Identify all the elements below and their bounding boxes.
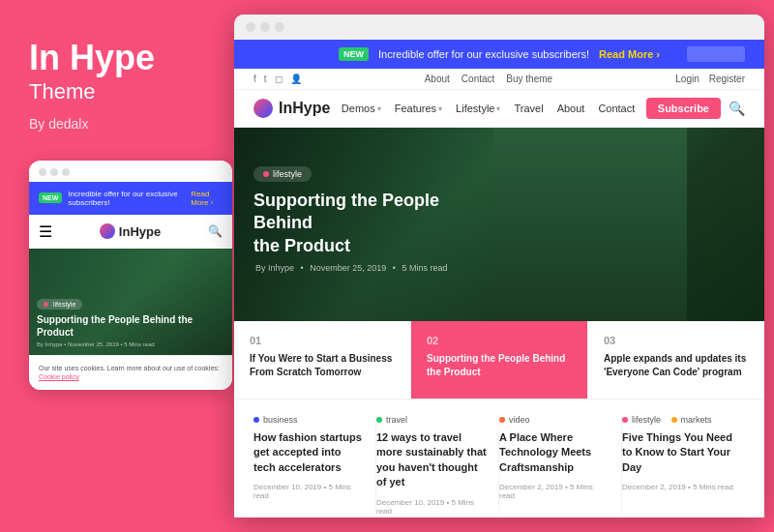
hero-section: lifestyle Supporting the People Behind t… bbox=[234, 128, 764, 321]
featured-card-2[interactable]: 02 Supporting the People Behind the Prod… bbox=[411, 321, 588, 399]
banner-right-decoration bbox=[687, 46, 745, 62]
subscribe-button[interactable]: Subscribe bbox=[646, 98, 721, 119]
video-dot bbox=[499, 417, 505, 423]
mobile-nav: ☰ InHype 🔍 bbox=[29, 215, 232, 249]
buy-theme-link[interactable]: Buy theme bbox=[506, 74, 552, 84]
mobile-banner: NEW Incredible offer for our exclusive s… bbox=[29, 182, 232, 215]
mobile-lifestyle-tag: lifestyle bbox=[37, 299, 82, 310]
new-badge: NEW bbox=[339, 47, 369, 61]
article-card-4[interactable]: lifestyle markets Five Things You Need t… bbox=[622, 415, 745, 514]
hero-category-tag: lifestyle bbox=[253, 166, 312, 182]
contact-link[interactable]: Contact bbox=[461, 74, 494, 84]
dot1 bbox=[39, 168, 46, 176]
mobile-logo-text: InHype bbox=[119, 224, 161, 239]
article-date-4: December 2, 2019 • 5 Mins read bbox=[622, 483, 745, 491]
browser-topbar bbox=[234, 15, 764, 40]
nav-contact[interactable]: Contact bbox=[598, 103, 635, 114]
browser-dot2 bbox=[260, 22, 270, 32]
left-panel: In Hype Theme By dedalx NEW Incredible o… bbox=[0, 0, 227, 532]
featured-row: 01 If You Were to Start a Business From … bbox=[234, 321, 764, 399]
browser-mockup: NEW Incredible offer for our exclusive s… bbox=[234, 15, 764, 517]
mobile-hero-title: Supporting the People Behind the Product bbox=[37, 313, 224, 339]
login-link[interactable]: Login bbox=[675, 74, 699, 84]
mobile-logo-icon bbox=[100, 223, 115, 239]
auth-links: Login Register bbox=[675, 74, 745, 84]
mobile-hamburger-icon[interactable]: ☰ bbox=[39, 222, 52, 241]
hero-person-image bbox=[493, 128, 687, 321]
logo-icon bbox=[253, 99, 273, 118]
nav-right: Subscribe 🔍 bbox=[646, 98, 745, 119]
lifestyle-dot bbox=[263, 171, 269, 177]
featured-card-1[interactable]: 01 If You Were to Start a Business From … bbox=[234, 321, 411, 399]
mobile-hero-meta: By Inhype • November 25, 2019 • 5 Mins r… bbox=[37, 341, 224, 347]
mobile-topbar bbox=[29, 161, 232, 182]
featured-num-1: 01 bbox=[250, 335, 395, 346]
mobile-cookie-notice: Our site uses cookies. Learn more about … bbox=[29, 355, 232, 391]
featured-num-2: 02 bbox=[427, 335, 572, 346]
secondary-nav: f t ◻ 👤 About Contact Buy theme Login Re… bbox=[234, 69, 764, 90]
hero-tag-text: lifestyle bbox=[273, 169, 302, 179]
featured-card-3[interactable]: 03 Apple expands and updates its 'Everyo… bbox=[588, 321, 764, 399]
article-card-3[interactable]: video A Place Where Technology Meets Cra… bbox=[499, 415, 622, 514]
facebook-icon[interactable]: f bbox=[253, 74, 256, 84]
instagram-icon[interactable]: ◻ bbox=[275, 74, 283, 84]
article-date-1: December 10, 2019 • 5 Mins read bbox=[253, 483, 364, 500]
mobile-read-more[interactable]: Read More › bbox=[191, 190, 223, 207]
mobile-hero-content: lifestyle Supporting the People Behind t… bbox=[37, 293, 224, 347]
mobile-search-icon[interactable]: 🔍 bbox=[208, 224, 223, 238]
article-cat-4: lifestyle markets bbox=[622, 415, 745, 425]
main-nav: InHype Demos ▾ Features ▾ Lifestyle ▾ Tr… bbox=[234, 90, 764, 128]
site-content: NEW Incredible offer for our exclusive s… bbox=[234, 40, 764, 514]
article-title-3: A Place Where Technology Meets Craftsman… bbox=[499, 430, 610, 475]
article-cat-2: travel bbox=[376, 415, 487, 425]
author-label: By dedalx bbox=[29, 116, 208, 132]
article-cat-1: business bbox=[253, 415, 364, 425]
secondary-nav-links: About Contact Buy theme bbox=[425, 74, 552, 84]
article-title-2: 12 ways to travel more sustainably that … bbox=[376, 430, 487, 490]
article-title-4: Five Things You Need to Know to Start Yo… bbox=[622, 430, 745, 475]
nav-features[interactable]: Features ▾ bbox=[395, 103, 442, 114]
hero-content: lifestyle Supporting the People Behind t… bbox=[253, 163, 466, 273]
social-icons: f t ◻ 👤 bbox=[253, 74, 302, 84]
hero-by: By Inhype bbox=[255, 263, 294, 273]
mobile-hero: lifestyle Supporting the People Behind t… bbox=[29, 249, 232, 355]
hero-read: 5 Mins read bbox=[402, 263, 447, 273]
nav-lifestyle[interactable]: Lifestyle ▾ bbox=[456, 103, 500, 114]
featured-title-2: Supporting the People Behind the Product bbox=[427, 352, 572, 379]
article-card-1[interactable]: business How fashion startups get accept… bbox=[253, 415, 376, 514]
browser-dot3 bbox=[275, 22, 284, 32]
travel-dot bbox=[376, 417, 382, 423]
articles-grid: business How fashion startups get accept… bbox=[234, 399, 764, 514]
article-date-3: December 2, 2019 • 5 Mins read bbox=[499, 483, 610, 500]
read-more-link[interactable]: Read More › bbox=[599, 48, 660, 60]
site-banner: NEW Incredible offer for our exclusive s… bbox=[234, 40, 764, 69]
nav-travel[interactable]: Travel bbox=[514, 103, 543, 114]
mobile-new-badge: NEW bbox=[39, 192, 62, 203]
article-card-2[interactable]: travel 12 ways to travel more sustainabl… bbox=[376, 415, 499, 514]
about-link[interactable]: About bbox=[425, 74, 450, 84]
business-dot bbox=[253, 417, 259, 423]
app-title-group: In Hype Theme By dedalx bbox=[29, 39, 208, 132]
search-icon[interactable]: 🔍 bbox=[729, 101, 745, 116]
logo-text: InHype bbox=[279, 100, 330, 117]
lifestyle-dot-art bbox=[622, 417, 628, 423]
nav-demos[interactable]: Demos ▾ bbox=[342, 103, 381, 114]
mobile-lifestyle-dot bbox=[44, 302, 48, 307]
mobile-cookie-text: Our site uses cookies. Learn more about … bbox=[39, 365, 220, 371]
article-date-2: December 10, 2019 • 5 Mins read bbox=[376, 498, 487, 514]
hero-title: Supporting the People Behind the Product bbox=[253, 190, 466, 257]
featured-title-3: Apple expands and updates its 'Everyone … bbox=[604, 352, 749, 379]
site-logo: InHype bbox=[253, 99, 330, 118]
mobile-mockup: NEW Incredible offer for our exclusive s… bbox=[29, 161, 232, 391]
featured-title-1: If You Were to Start a Business From Scr… bbox=[250, 352, 395, 379]
browser-dot1 bbox=[246, 22, 255, 32]
twitter-icon[interactable]: t bbox=[264, 74, 267, 84]
dot3 bbox=[62, 168, 70, 176]
mobile-cookie-link[interactable]: Cookie policy bbox=[39, 373, 79, 380]
app-title-line2: Theme bbox=[29, 79, 208, 104]
register-link[interactable]: Register bbox=[709, 74, 745, 84]
user-icon[interactable]: 👤 bbox=[290, 74, 302, 84]
article-title-1: How fashion startups get accepted into t… bbox=[253, 430, 364, 475]
nav-links: Demos ▾ Features ▾ Lifestyle ▾ Travel Ab… bbox=[342, 103, 635, 114]
nav-about[interactable]: About bbox=[557, 103, 585, 114]
